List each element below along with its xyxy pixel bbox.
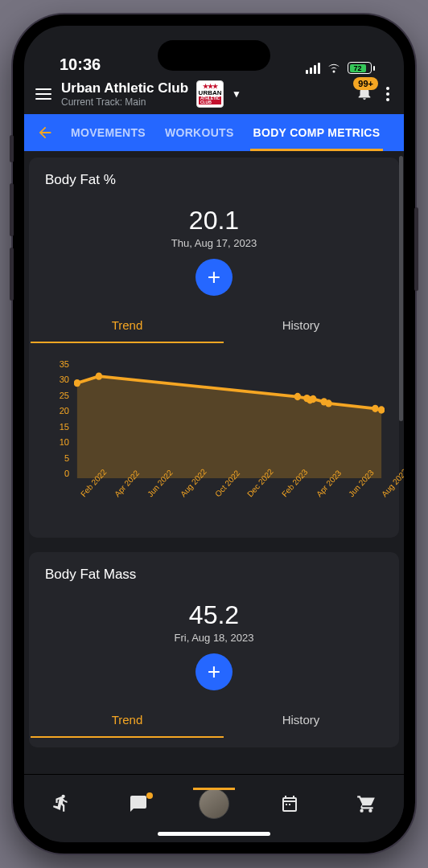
tab-workouts[interactable]: WORKOUTS xyxy=(155,114,244,151)
chevron-down-icon: ▼ xyxy=(232,88,241,100)
menu-button[interactable] xyxy=(35,88,51,100)
metric-value: 45.2 xyxy=(40,600,388,630)
chart-x-axis: Feb 2022Apr 2022 Jun 2022Aug 2022 Oct 20… xyxy=(74,485,385,528)
trend-chart: 3530 2520 1510 50 xyxy=(40,343,388,528)
notifications-button[interactable]: 99+ xyxy=(356,84,373,104)
subtab-trend[interactable]: Trend xyxy=(40,312,214,343)
metric-card-body-fat-mass: Body Fat Mass 45.2 Fri, Aug 18, 2023 + T… xyxy=(29,552,399,747)
tab-movements[interactable]: MOVEMENTS xyxy=(61,114,155,151)
back-button[interactable] xyxy=(29,124,61,141)
svg-point-2 xyxy=(294,393,301,400)
card-title: Body Fat Mass xyxy=(40,567,388,583)
notification-badge: 99+ xyxy=(353,77,378,90)
nav-calendar[interactable] xyxy=(265,794,314,813)
svg-point-0 xyxy=(74,379,80,387)
app-header: Urban Athletic Club Current Track: Main … xyxy=(24,74,404,114)
subtab-trend[interactable]: Trend xyxy=(40,706,214,738)
svg-point-1 xyxy=(96,372,102,379)
nav-profile[interactable] xyxy=(190,788,238,819)
content-scroll[interactable]: Body Fat % 20.1 Thu, Aug 17, 2023 + Tren… xyxy=(24,151,404,774)
add-entry-button[interactable]: + xyxy=(195,653,233,690)
subtab-history[interactable]: History xyxy=(214,706,388,738)
wifi-icon xyxy=(326,62,342,74)
subtab-history[interactable]: History xyxy=(214,312,388,343)
battery-icon: 72 xyxy=(348,62,375,74)
signal-icon xyxy=(306,63,320,74)
status-time: 10:36 xyxy=(60,55,101,74)
nav-chat[interactable] xyxy=(114,794,163,813)
chart-y-axis: 3530 2520 1510 50 xyxy=(40,359,69,478)
home-indicator[interactable] xyxy=(158,832,270,836)
svg-point-8 xyxy=(372,405,378,412)
club-name: Urban Athletic Club xyxy=(61,80,188,96)
metric-card-body-fat-pct: Body Fat % 20.1 Thu, Aug 17, 2023 + Tren… xyxy=(29,158,399,538)
club-logo: ★★★URBANATHLETIC CLUB xyxy=(196,80,224,108)
bottom-nav xyxy=(24,774,404,832)
metric-date: Fri, Aug 18, 2023 xyxy=(40,632,388,644)
dynamic-island xyxy=(158,40,270,71)
svg-point-7 xyxy=(325,399,331,407)
chat-dot-icon xyxy=(146,792,153,799)
svg-point-9 xyxy=(378,406,385,413)
more-button[interactable] xyxy=(383,87,393,101)
avatar xyxy=(199,788,229,819)
track-subtitle: Current Track: Main xyxy=(61,96,188,108)
club-selector[interactable]: Urban Athletic Club Current Track: Main … xyxy=(61,80,346,108)
scrollbar[interactable] xyxy=(399,156,403,421)
metric-date: Thu, Aug 17, 2023 xyxy=(40,237,388,249)
segment-bar: MOVEMENTS WORKOUTS BODY COMP METRICS xyxy=(24,114,404,151)
card-title: Body Fat % xyxy=(40,172,388,188)
tab-body-comp[interactable]: BODY COMP METRICS xyxy=(244,114,390,151)
add-entry-button[interactable]: + xyxy=(195,259,233,296)
nav-activity[interactable] xyxy=(38,793,86,814)
metric-value: 20.1 xyxy=(40,206,388,235)
nav-shop[interactable] xyxy=(342,793,390,814)
svg-point-5 xyxy=(310,395,316,403)
